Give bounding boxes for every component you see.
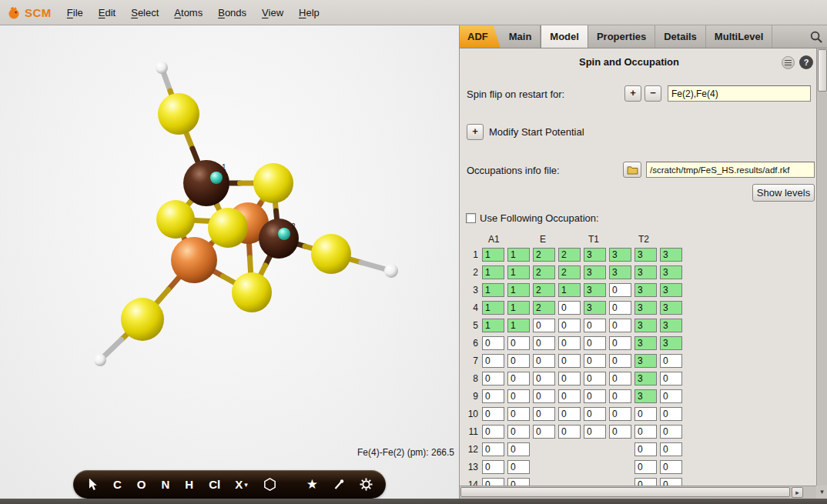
occupation-cell[interactable]: 0 [660,425,682,439]
menu-file[interactable]: File [59,2,91,23]
scroll-down-arrow[interactable]: ▾ [816,486,827,499]
spin-flip-remove-button[interactable]: − [645,85,661,102]
occupation-cell[interactable]: 0 [507,407,530,421]
menu-help[interactable]: Help [291,2,327,23]
occupation-cell[interactable]: 0 [584,407,606,421]
help-button[interactable]: ? [799,55,813,69]
atom-S5[interactable] [232,272,272,312]
star-tool-button[interactable]: ★ [306,478,318,491]
occupation-cell[interactable]: 2 [533,301,555,315]
occupation-cell[interactable]: 1 [482,265,504,279]
element-button-c[interactable]: C [113,478,122,491]
occupation-cell[interactable]: 0 [660,372,682,386]
occupation-cell[interactable]: 0 [634,425,657,439]
tab-adf[interactable]: ADF [460,25,501,48]
settings-tool-button[interactable] [360,478,373,491]
tab-main[interactable]: Main [501,25,541,48]
occupation-cell[interactable]: 0 [609,354,631,368]
occupation-cell[interactable]: 1 [558,283,581,297]
atom-S1[interactable] [158,93,199,135]
occupation-cell[interactable]: 3 [584,301,606,315]
occupation-cell[interactable]: 0 [533,336,555,350]
occupation-cell[interactable]: 0 [482,442,504,456]
occupation-cell[interactable]: 0 [507,478,530,486]
occupation-cell[interactable]: 3 [660,248,682,262]
atom-S2[interactable] [253,163,293,203]
occupation-cell[interactable]: 0 [609,425,631,439]
atom-S6[interactable] [311,234,351,274]
horizontal-scrollbar[interactable]: ▸ [460,486,816,499]
occupation-cell[interactable]: 0 [558,425,581,439]
element-button-cl[interactable]: Cl [209,478,220,491]
occupation-cell[interactable]: 3 [609,248,631,262]
use-occupation-checkbox[interactable] [466,213,476,223]
occupation-cell[interactable]: 2 [533,283,555,297]
occupation-cell[interactable]: 0 [558,372,581,386]
occupation-cell[interactable]: 3 [660,319,682,332]
occupation-cell[interactable]: 3 [584,283,606,297]
atom-S7[interactable] [121,298,164,341]
occupation-cell[interactable]: 0 [507,336,530,350]
spin-flip-add-button[interactable]: + [624,85,641,102]
molecule-viewer[interactable]: 12 Fe(4)-Fe(2) (pm): 266.5 CONHCl X ▾ ★ [0,25,459,499]
occupation-cell[interactable]: 0 [609,336,631,350]
occupation-cell[interactable]: 0 [482,407,504,421]
occupation-cell[interactable]: 0 [584,336,606,350]
occupation-cell[interactable]: 0 [634,478,657,486]
occupation-cell[interactable]: 0 [533,354,555,368]
occupation-cell[interactable]: 0 [609,319,631,332]
occupation-cell[interactable]: 1 [507,283,530,297]
occupation-cell[interactable]: 0 [507,425,530,439]
occupation-cell[interactable]: 0 [558,319,581,332]
occupation-cell[interactable]: 0 [609,372,631,386]
tab-details[interactable]: Details [655,25,706,48]
occupation-cell[interactable]: 0 [558,301,581,315]
occupation-cell[interactable]: 0 [558,354,581,368]
occupation-cell[interactable]: 0 [482,336,504,350]
occupation-cell[interactable]: 2 [533,248,555,262]
atom-S3[interactable] [156,200,195,239]
occupation-cell[interactable]: 0 [660,478,682,486]
occupation-cell[interactable]: 0 [507,389,530,403]
occupation-cell[interactable]: 2 [558,265,581,279]
element-button-o[interactable]: O [137,478,146,491]
occupation-cell[interactable]: 3 [660,265,682,279]
occupation-cell[interactable]: 0 [507,354,530,368]
horizontal-scrollbar-thumb[interactable] [460,487,790,497]
occupation-cell[interactable]: 2 [558,248,581,262]
occupation-cell[interactable]: 1 [507,248,530,262]
occupation-cell[interactable]: 0 [558,336,581,350]
occupation-cell[interactable]: 0 [482,372,504,386]
occupation-cell[interactable]: 0 [507,372,530,386]
atom-H1[interactable] [156,62,168,74]
occupation-cell[interactable]: 0 [533,425,555,439]
occupation-cell[interactable]: 0 [634,460,657,474]
ring-tool-button[interactable] [263,477,277,492]
occupation-cell[interactable]: 0 [482,460,504,474]
occupation-cell[interactable]: 0 [533,319,555,332]
occupation-cell[interactable]: 0 [482,478,504,486]
menu-bonds[interactable]: Bonds [210,2,254,23]
vertical-scrollbar-thumb[interactable] [818,49,827,92]
occupation-cell[interactable]: 1 [482,283,504,297]
occupation-cell[interactable]: 3 [634,336,657,350]
occupation-cell[interactable]: 0 [482,354,504,368]
menu-view[interactable]: View [254,2,291,23]
element-button-n[interactable]: N [162,478,170,491]
occupation-cell[interactable]: 0 [660,389,682,403]
occupation-cell[interactable]: 3 [634,372,657,386]
occupation-cell[interactable]: 3 [634,319,657,332]
occupation-cell[interactable]: 0 [558,407,581,421]
element-dropdown-button[interactable]: X ▾ [235,478,248,491]
occupation-cell[interactable]: 1 [507,319,530,332]
occupation-cell[interactable]: 1 [482,319,504,332]
tab-properties[interactable]: Properties [588,25,655,48]
occupation-cell[interactable]: 3 [609,265,631,279]
occupation-cell[interactable]: 0 [482,425,504,439]
occupation-cell[interactable]: 0 [584,425,606,439]
browse-file-button[interactable] [623,162,641,178]
occupation-cell[interactable]: 3 [584,248,606,262]
occupation-cell[interactable]: 3 [660,336,682,350]
occupation-cell[interactable]: 3 [634,283,657,297]
occupation-cell[interactable]: 0 [660,407,682,421]
